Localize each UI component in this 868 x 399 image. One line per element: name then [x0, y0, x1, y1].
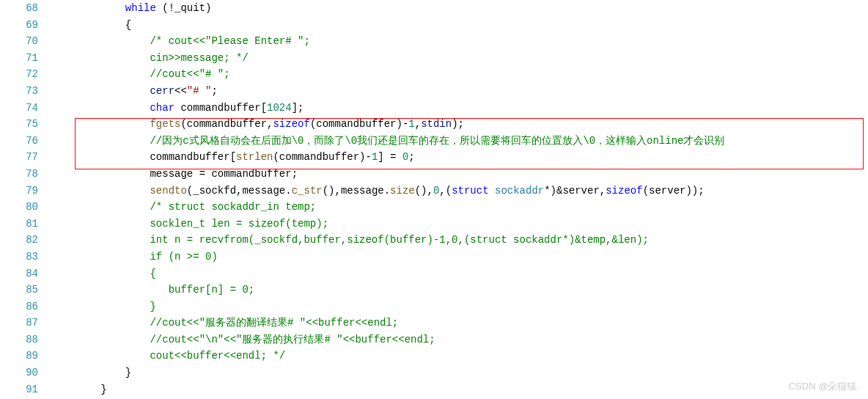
line-number: 68 [0, 0, 38, 17]
code-line[interactable]: //因为c式风格自动会在后面加\0，而除了\0我们还是回车的存在，所以需要将回车… [51, 133, 868, 150]
line-number: 79 [0, 183, 38, 200]
line-number: 84 [0, 266, 38, 282]
line-number: 80 [0, 199, 38, 216]
code-line[interactable]: socklen_t len = sizeof(temp); [51, 216, 868, 233]
code-line[interactable]: //cout<<"\n"<<"服务器的执行结果# "<<buffer<<endl… [51, 332, 868, 348]
code-line[interactable]: { [51, 266, 868, 282]
line-number: 69 [0, 17, 38, 34]
code-line[interactable]: } [51, 365, 868, 381]
code-line[interactable]: } [51, 299, 868, 315]
line-number: 85 [0, 282, 38, 299]
line-number: 82 [0, 232, 38, 249]
code-content[interactable]: while (!_quit) { /* cout<<"Please Enter#… [51, 0, 868, 399]
line-number: 74 [0, 100, 38, 117]
code-line[interactable]: message = commandbuffer; [51, 166, 868, 183]
code-line[interactable]: //cout<<"服务器的翻译结果# "<<buffer<<endl; [51, 315, 868, 332]
code-line[interactable]: } [51, 381, 868, 398]
line-number: 83 [0, 249, 38, 266]
code-line[interactable]: while (!_quit) [51, 0, 868, 17]
line-number: 75 [0, 116, 38, 133]
line-number: 91 [0, 381, 38, 398]
code-line[interactable]: /* struct sockaddr_in temp; [51, 199, 868, 216]
code-line[interactable]: cin>>message; */ [51, 50, 868, 67]
line-number: 87 [0, 315, 38, 332]
line-number: 78 [0, 166, 38, 183]
line-number: 76 [0, 133, 38, 150]
line-number: 77 [0, 149, 38, 166]
watermark: CSDN @朵猫猫. [789, 380, 859, 393]
line-number: 72 [0, 66, 38, 83]
code-line[interactable]: cerr<<"# "; [51, 83, 868, 100]
code-line[interactable]: char commandbuffer[1024]; [51, 100, 868, 117]
line-number: 89 [0, 348, 38, 365]
code-line[interactable]: cout<<buffer<<endl; */ [51, 348, 868, 365]
line-number: 81 [0, 216, 38, 233]
line-number: 73 [0, 83, 38, 100]
line-number: 88 [0, 332, 38, 348]
line-number: 86 [0, 299, 38, 315]
code-line[interactable]: int n = recvfrom(_sockfd,buffer,sizeof(b… [51, 232, 868, 249]
code-line[interactable]: buffer[n] = 0; [51, 282, 868, 299]
code-line[interactable]: commandbuffer[strlen(commandbuffer)-1] =… [51, 149, 868, 166]
line-number: 71 [0, 50, 38, 67]
code-line[interactable]: /* cout<<"Please Enter# "; [51, 33, 868, 50]
line-number-gutter: 68 69 70 71 72 73 74 75 76 77 78 79 80 8… [0, 0, 51, 399]
code-line[interactable]: { [51, 17, 868, 34]
code-line[interactable]: sendto(_sockfd,message.c_str(),message.s… [51, 183, 868, 200]
code-line[interactable]: if (n >= 0) [51, 249, 868, 266]
code-editor[interactable]: 68 69 70 71 72 73 74 75 76 77 78 79 80 8… [0, 0, 868, 399]
code-line[interactable]: //cout<<"# "; [51, 66, 868, 83]
line-number: 70 [0, 33, 38, 50]
line-number: 90 [0, 365, 38, 381]
code-line[interactable]: fgets(commandbuffer,sizeof(commandbuffer… [51, 116, 868, 133]
